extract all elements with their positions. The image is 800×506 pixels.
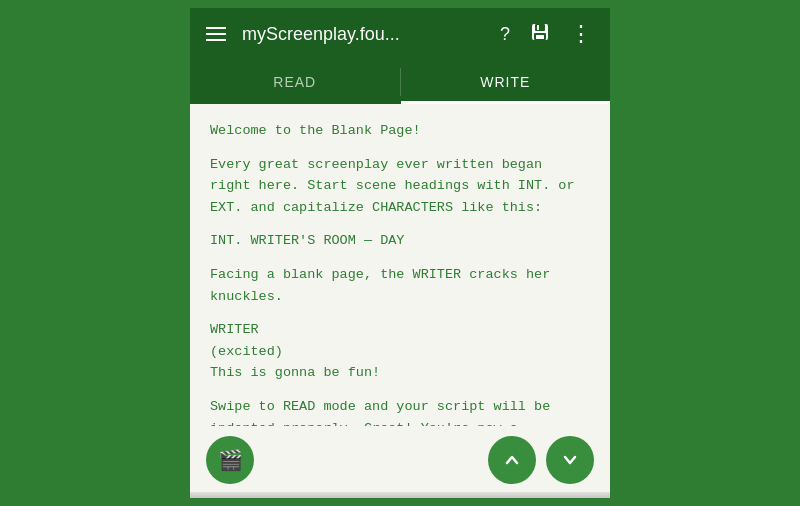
screenplay-content: Welcome to the Blank Page! Every great s… <box>190 104 610 426</box>
text-line2: Every great screenplay ever written bega… <box>210 154 590 219</box>
app-title: myScreenplay.fou... <box>242 24 482 45</box>
text-line1: Welcome to the Blank Page! <box>210 120 590 142</box>
save-icon[interactable] <box>524 18 556 50</box>
phone-frame: myScreenplay.fou... ? ⋮ READ WRITE <box>190 8 610 498</box>
content-area: Welcome to the Blank Page! Every great s… <box>190 104 610 426</box>
movie-icon: 🎬 <box>218 448 243 473</box>
text-line6: Swipe to READ mode and your script will … <box>210 396 590 426</box>
navigation-arrows <box>488 436 594 484</box>
scroll-indicator <box>190 492 610 498</box>
svg-rect-2 <box>537 25 539 30</box>
top-bar: myScreenplay.fou... ? ⋮ <box>190 8 610 60</box>
text-line4: Facing a blank page, the WRITER cracks h… <box>210 264 590 307</box>
bottom-bar: 🎬 <box>190 426 610 498</box>
tab-bar: READ WRITE <box>190 60 610 104</box>
tab-read[interactable]: READ <box>190 60 400 104</box>
movie-fab-button[interactable]: 🎬 <box>206 436 254 484</box>
scroll-down-button[interactable] <box>546 436 594 484</box>
more-options-icon[interactable]: ⋮ <box>564 19 598 49</box>
tab-write[interactable]: WRITE <box>401 60 611 104</box>
hamburger-menu-icon[interactable] <box>202 23 230 45</box>
svg-rect-1 <box>535 24 545 31</box>
top-bar-actions: ? ⋮ <box>494 18 598 50</box>
text-line5: WRITER (excited) This is gonna be fun! <box>210 319 590 384</box>
svg-rect-4 <box>536 35 544 39</box>
help-icon[interactable]: ? <box>494 20 516 49</box>
text-line3: INT. WRITER'S ROOM — DAY <box>210 230 590 252</box>
scroll-up-button[interactable] <box>488 436 536 484</box>
